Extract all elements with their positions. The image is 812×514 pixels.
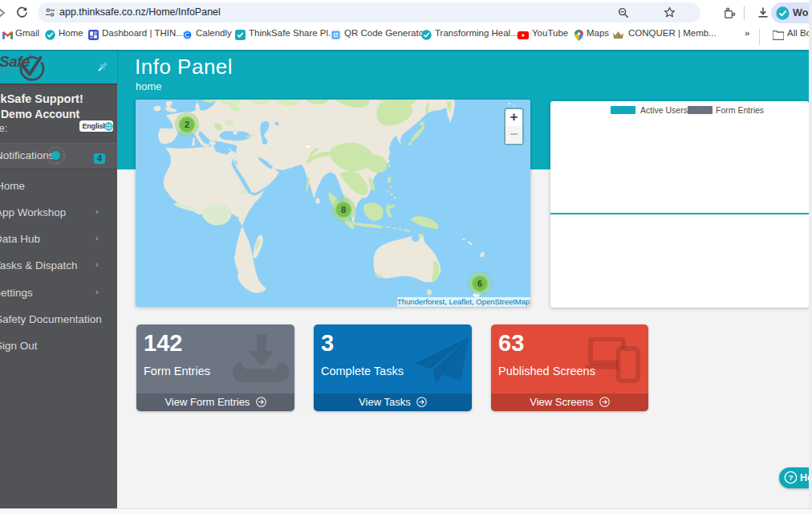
- svg-text:?: ?: [788, 473, 793, 482]
- svg-text:6: 6: [477, 279, 482, 288]
- svg-text:plans: plans: [2, 70, 11, 74]
- svg-text:8: 8: [341, 205, 346, 214]
- svg-text:2: 2: [185, 120, 189, 129]
- svg-text:Safe: Safe: [0, 53, 30, 70]
